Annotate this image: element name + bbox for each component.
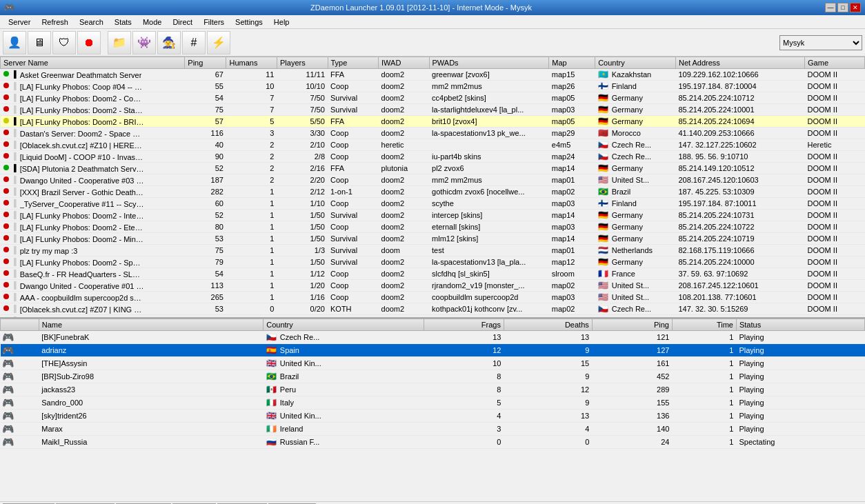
server-players: 2/12 — [277, 186, 328, 198]
server-pwads: kothpack01j kothconv [zv... — [429, 303, 549, 315]
server-type: Coop — [328, 292, 379, 303]
server-row[interactable]: ▐ [Liquid DooM] - COOP #10 - Invasion UA… — [1, 151, 865, 163]
server-row[interactable]: ▐ [LA] FLunky Phobos: Coop #04 -- Mement… — [1, 81, 865, 92]
server-row[interactable]: ▐ [LA] FLunky Phobos: Doom2 - Mini Level… — [1, 233, 865, 245]
toolbar-shield-btn[interactable]: 🛡 — [52, 31, 76, 54]
player-flag: 🇬🇧 — [266, 359, 277, 368]
player-table-scroll[interactable]: Name Country Frags Deaths Ping Time Stat… — [0, 319, 865, 501]
col-header-type[interactable]: Type — [328, 57, 379, 69]
server-row[interactable]: ▐ [Oblacek.sh.cvut.cz] #Z07 | KING OF TH… — [1, 303, 865, 315]
toolbar-lightning-btn[interactable]: ⚡ — [207, 31, 230, 54]
menu-settings[interactable]: Settings — [230, 17, 268, 28]
server-net: 85.214.205.224:10719 — [675, 233, 804, 245]
server-players: 1/12 — [277, 268, 328, 280]
server-row[interactable]: ▐ Dwango United - Cooperative #01 (rjran… — [1, 280, 865, 292]
col-header-game[interactable]: Game — [805, 57, 865, 69]
server-name: AAA - coopbuildlm supercoop2d server — [20, 294, 144, 302]
server-name: [LA] FLunky Phobos: Coop #04 -- Memento … — [20, 83, 144, 91]
server-row[interactable]: ▐ Asket Greenwar Deathmatch Server 67 11… — [1, 69, 865, 81]
server-row[interactable]: ▐ [LA] FLunky Phobos: Doom2 - Space Stat… — [1, 256, 865, 268]
col-header-player-country[interactable]: Country — [264, 319, 424, 331]
server-type: Coop — [328, 151, 379, 163]
minimize-button[interactable]: — — [825, 3, 836, 12]
player-row[interactable]: 🎮 [BR]Sub-Ziro98 🇧🇷 Brazil 8 9 452 1 Pla… — [1, 370, 865, 383]
toolbar-profile-btn[interactable]: 👤 — [3, 31, 26, 54]
server-row[interactable]: ▐ Dastan's Server: Doom2 - Space Station… — [1, 128, 865, 139]
menu-filters[interactable]: Filters — [198, 17, 230, 28]
server-row[interactable]: ▐ Dwango United - Cooperative #03 (Memen… — [1, 174, 865, 186]
col-header-time[interactable]: Time — [672, 319, 736, 331]
col-header-humans[interactable]: Humans — [226, 57, 277, 69]
col-header-ping[interactable]: Ping — [185, 57, 226, 69]
server-row[interactable]: ▐ [LA] FLunky Phobos: Doom2 - Starlight … — [1, 104, 865, 116]
toolbar-wizard-btn[interactable]: 🧙 — [157, 31, 181, 54]
server-row[interactable]: ▐ AAA - coopbuildlm supercoop2d server 2… — [1, 292, 865, 303]
player-row[interactable]: 🎮 adrianz 🇪🇸 Spain 12 9 127 1 Playing — [1, 344, 865, 357]
col-header-country[interactable]: Country — [595, 57, 676, 69]
server-row[interactable]: ▐ plz try my map :3 75 1 1/3 Survival do… — [1, 245, 865, 256]
server-row[interactable]: ▐ [LA] FLunky Phobos: Doom2 - BRIT10 - F… — [1, 116, 865, 128]
col-header-status[interactable]: Status — [736, 319, 864, 331]
maximize-button[interactable]: □ — [837, 3, 848, 12]
player-row[interactable]: 🎮 MaikI_Russia 🇷🇺 Russian F... 0 0 24 1 … — [1, 436, 865, 449]
server-name: [LA] FLunky Phobos: Doom2 - Community Ch… — [20, 94, 144, 103]
col-header-iwad[interactable]: IWAD — [379, 57, 430, 69]
server-table-scroll[interactable]: Server Name Ping Humans Players Type IWA… — [0, 57, 865, 317]
server-name: [LA] FLunky Phobos: Doom2 - BRIT10 - FFA… — [20, 118, 144, 126]
server-humans: 1 — [226, 245, 277, 256]
menu-stats[interactable]: Stats — [109, 17, 137, 28]
status-dot — [3, 270, 9, 276]
col-header-frags[interactable]: Frags — [424, 319, 504, 331]
toolbar-monster-btn[interactable]: 👾 — [132, 31, 156, 54]
server-humans: 1 — [226, 268, 277, 280]
country-name: Brazil — [612, 188, 631, 196]
col-header-player-name[interactable]: Name — [39, 319, 263, 331]
col-header-name[interactable]: Server Name — [1, 57, 185, 69]
country-flag: 🇩🇪 — [598, 257, 608, 267]
menu-search[interactable]: Search — [74, 17, 109, 28]
profile-dropdown[interactable]: Mysyk — [779, 35, 862, 50]
player-row[interactable]: 🎮 Marax 🇮🇪 Ireland 3 4 140 1 Playing — [1, 423, 865, 436]
player-status: Playing — [736, 383, 864, 396]
server-row[interactable]: ▐ [Liquid DooM] - COOP #05 - Operation: … — [1, 315, 865, 318]
menu-server[interactable]: Server — [3, 17, 36, 28]
col-header-deaths[interactable]: Deaths — [504, 319, 592, 331]
server-row[interactable]: ▐ [LA] FLunky Phobos: Doom2 - Eternall -… — [1, 221, 865, 233]
player-row[interactable]: 🎮 [THE]Assysin 🇬🇧 United Kin... 10 15 16… — [1, 357, 865, 370]
player-row[interactable]: 🎮 [sky]trident26 🇬🇧 United Kin... 4 13 1… — [1, 410, 865, 423]
player-row[interactable]: 🎮 [BK]FunebraK 🇨🇿 Czech Re... 13 13 121 … — [1, 331, 865, 344]
server-type: Survival — [328, 256, 379, 268]
server-row[interactable]: ▐ [LA] FLunky Phobos: Doom2 - Community … — [1, 92, 865, 104]
server-country: 🇳🇱 Netherlands — [595, 245, 676, 256]
toolbar-servers-btn[interactable]: 🖥 — [28, 31, 51, 54]
menu-help[interactable]: Help — [268, 17, 295, 28]
menu-direct[interactable]: Direct — [167, 17, 198, 28]
col-header-map[interactable]: Map — [549, 57, 595, 69]
menu-refresh[interactable]: Refresh — [36, 17, 74, 28]
server-name: plz try my map :3 — [20, 247, 78, 255]
server-iwad: doom2 — [379, 128, 430, 139]
country-name: Germany — [612, 94, 643, 102]
col-header-players[interactable]: Players — [277, 57, 328, 69]
titlebar: 🎮 ZDaemon Launcher 1.09.01 [2012-11-10] … — [0, 0, 865, 15]
col-header-net[interactable]: Net Address — [675, 57, 804, 69]
server-row[interactable]: ▐ BaseQ.fr - FR HeadQuarters - SLCFDHQ 5… — [1, 268, 865, 280]
server-row[interactable]: ▐ _TyServer_Cooperative #11 -- Scythe --… — [1, 198, 865, 210]
toolbar-hash-btn[interactable]: # — [182, 31, 206, 54]
col-header-player-ping[interactable]: Ping — [592, 319, 672, 331]
server-row[interactable]: ▐ [LA] FLunky Phobos: Doom2 - Intercepti… — [1, 210, 865, 221]
server-name-cell: ▐ [LA] FLunky Phobos: Coop #04 -- Mement… — [1, 81, 185, 92]
menu-mode[interactable]: Mode — [137, 17, 168, 28]
server-iwad: doom2 — [379, 268, 430, 280]
server-row[interactable]: ▐ [XXX] Brazil Server - Gothic DeathMatc… — [1, 186, 865, 198]
player-row[interactable]: 🎮 Sandro_000 🇮🇹 Italy 5 9 155 1 Playing — [1, 396, 865, 410]
toolbar-folder-btn[interactable]: 📁 — [108, 31, 131, 54]
toolbar-record-btn[interactable]: ⏺ — [77, 31, 101, 54]
close-button[interactable]: ✕ — [850, 3, 861, 12]
server-row[interactable]: ▐ [SDA] Plutonia 2 Deathmatch Server - C… — [1, 163, 865, 174]
player-row[interactable]: 🎮 jackass23 🇲🇽 Peru 8 12 289 1 Playing — [1, 383, 865, 396]
status-dot — [3, 130, 9, 135]
server-country: 🇩🇪 Germany — [595, 233, 676, 245]
server-row[interactable]: ▐ [Oblacek.sh.cvut.cz] #Z10 | HERETIC 40… — [1, 139, 865, 151]
col-header-pwads[interactable]: PWADs — [429, 57, 549, 69]
